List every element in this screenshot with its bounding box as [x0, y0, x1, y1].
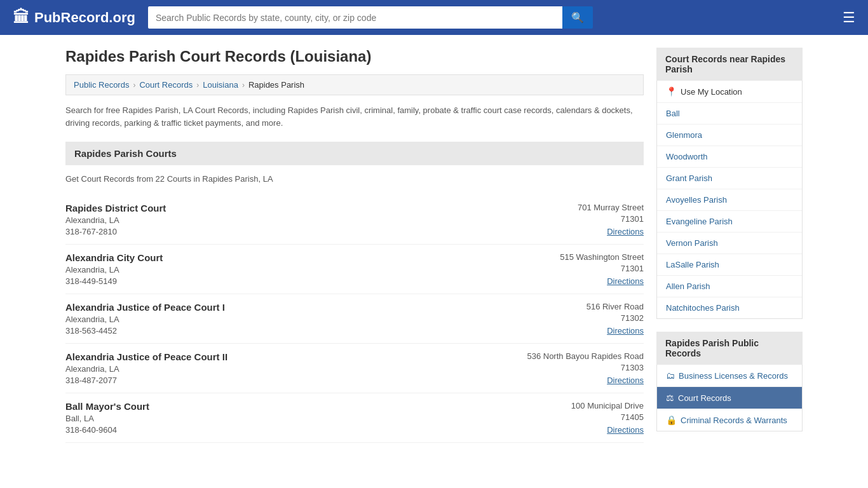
breadcrumb-sep-1: › [133, 81, 135, 90]
court-phone: 318-487-2077 [65, 376, 227, 385]
search-icon: 🔍 [571, 12, 584, 23]
court-phone: 318-640-9604 [65, 425, 149, 435]
directions-link[interactable]: Directions [607, 276, 644, 286]
court-name: Ball Mayor's Court [65, 401, 149, 412]
nearby-items: BallGlenmoraWoodworthGrant ParishAvoyell… [657, 103, 802, 318]
public-records-label: Business Licenses & Records [679, 371, 788, 381]
court-phone: 318-563-4452 [65, 326, 225, 336]
breadcrumb-sep-2: › [196, 81, 199, 90]
court-name: Alexandria City Court [65, 252, 163, 263]
use-location-item[interactable]: 📍 Use My Location [657, 81, 802, 103]
court-street: 701 Murray Street [504, 203, 644, 212]
public-records-icon: ⚖ [666, 393, 674, 403]
court-entry: Alexandria Justice of Peace Court II Ale… [65, 344, 644, 393]
nearby-list: 📍 Use My Location BallGlenmoraWoodworthG… [656, 81, 803, 319]
court-zip: 71301 [504, 214, 644, 224]
search-input[interactable] [148, 6, 562, 29]
content-area: Rapides Parish Court Records (Louisiana)… [65, 48, 644, 444]
sidebar-nearby-item[interactable]: Avoyelles Parish [657, 189, 802, 211]
court-info: Alexandria Justice of Peace Court II Ale… [65, 351, 227, 385]
breadcrumb-court-records[interactable]: Court Records [139, 80, 193, 90]
court-name: Alexandria Justice of Peace Court I [65, 302, 225, 313]
logo-icon: 🏛 [13, 8, 29, 27]
breadcrumb-louisiana[interactable]: Louisiana [203, 80, 238, 90]
menu-icon: ☰ [843, 10, 855, 25]
use-location-label: Use My Location [681, 87, 742, 97]
court-address: 536 North Bayou Rapides Road 71303 Direc… [504, 351, 644, 385]
court-zip: 71301 [504, 264, 644, 273]
page-title: Rapides Parish Court Records (Louisiana) [65, 48, 644, 65]
breadcrumb: Public Records › Court Records › Louisia… [65, 74, 644, 95]
court-street: 515 Washington Street [504, 252, 644, 262]
sidebar-public-records-item[interactable]: 🗂 Business Licenses & Records [657, 365, 802, 387]
sidebar-nearby-item[interactable]: Ball [657, 103, 802, 125]
court-street: 100 Municipal Drive [504, 401, 644, 410]
public-records-header: Rapides Parish Public Records [656, 332, 803, 365]
sidebar-public-records-item[interactable]: 🔒 Criminal Records & Warrants [657, 409, 802, 431]
courts-count: Get Court Records from 22 Courts in Rapi… [65, 174, 644, 184]
court-address: 701 Murray Street 71301 Directions [504, 203, 644, 236]
breadcrumb-public-records[interactable]: Public Records [74, 80, 129, 90]
main-container: Rapides Parish Court Records (Louisiana)… [53, 35, 815, 457]
court-name: Rapides District Court [65, 203, 166, 214]
location-icon: 📍 [666, 86, 677, 97]
court-info: Alexandria Justice of Peace Court I Alex… [65, 302, 225, 336]
public-records-label: Criminal Records & Warrants [681, 416, 787, 425]
court-entry: Rapides District Court Alexandria, LA 31… [65, 195, 644, 245]
courts-list: Rapides District Court Alexandria, LA 31… [65, 195, 644, 443]
directions-link[interactable]: Directions [607, 376, 644, 385]
courts-section-header: Rapides Parish Courts [65, 142, 644, 165]
sidebar-nearby-item[interactable]: Grant Parish [657, 168, 802, 189]
public-records-label: Court Records [678, 393, 731, 403]
directions-link[interactable]: Directions [607, 227, 644, 236]
page-description: Search for free Rapides Parish, LA Court… [65, 104, 644, 129]
directions-link[interactable]: Directions [607, 326, 644, 336]
court-street: 516 River Road [504, 302, 644, 311]
sidebar-nearby-item[interactable]: Allen Parish [657, 276, 802, 297]
sidebar-nearby-item[interactable]: Vernon Parish [657, 233, 802, 254]
court-info: Ball Mayor's Court Ball, LA 318-640-9604 [65, 401, 149, 435]
court-info: Alexandria City Court Alexandria, LA 318… [65, 252, 163, 286]
court-zip: 71405 [504, 412, 644, 422]
court-street: 536 North Bayou Rapides Road [504, 351, 644, 361]
court-city-state: Alexandria, LA [65, 215, 166, 225]
court-zip: 71303 [504, 363, 644, 372]
court-address: 515 Washington Street 71301 Directions [504, 252, 644, 286]
sidebar-nearby-item[interactable]: Glenmora [657, 125, 802, 146]
court-entry: Ball Mayor's Court Ball, LA 318-640-9604… [65, 393, 644, 443]
public-records-list: 🗂 Business Licenses & Records ⚖ Court Re… [656, 365, 803, 431]
court-entry: Alexandria City Court Alexandria, LA 318… [65, 245, 644, 294]
court-entry: Alexandria Justice of Peace Court I Alex… [65, 294, 644, 344]
search-button[interactable]: 🔍 [562, 6, 593, 29]
breadcrumb-sep-3: › [242, 81, 245, 90]
court-name: Alexandria Justice of Peace Court II [65, 351, 227, 362]
sidebar: Court Records near Rapides Parish 📍 Use … [656, 48, 803, 444]
court-phone: 318-449-5149 [65, 276, 163, 286]
logo-text: PubRecord.org [34, 10, 135, 26]
court-city-state: Alexandria, LA [65, 315, 225, 324]
sidebar-nearby-item[interactable]: Evangeline Parish [657, 211, 802, 233]
menu-button[interactable]: ☰ [843, 10, 855, 26]
court-info: Rapides District Court Alexandria, LA 31… [65, 203, 166, 236]
court-city-state: Ball, LA [65, 414, 149, 423]
nearby-header: Court Records near Rapides Parish [656, 48, 803, 81]
public-records-icon: 🗂 [666, 370, 675, 381]
directions-link[interactable]: Directions [607, 425, 644, 435]
court-address: 516 River Road 71302 Directions [504, 302, 644, 336]
court-phone: 318-767-2810 [65, 227, 166, 236]
public-records-icon: 🔒 [666, 415, 677, 425]
sidebar-nearby-item[interactable]: LaSalle Parish [657, 254, 802, 276]
court-city-state: Alexandria, LA [65, 364, 227, 374]
court-city-state: Alexandria, LA [65, 265, 163, 274]
sidebar-public-records-item[interactable]: ⚖ Court Records [657, 387, 802, 409]
search-area: 🔍 [148, 6, 593, 29]
sidebar-nearby-item[interactable]: Natchitoches Parish [657, 297, 802, 318]
court-zip: 71302 [504, 313, 644, 323]
court-address: 100 Municipal Drive 71405 Directions [504, 401, 644, 435]
breadcrumb-current: Rapides Parish [248, 80, 304, 90]
site-header: 🏛 PubRecord.org 🔍 ☰ [0, 0, 868, 35]
site-logo[interactable]: 🏛 PubRecord.org [13, 8, 135, 27]
sidebar-nearby-item[interactable]: Woodworth [657, 146, 802, 168]
